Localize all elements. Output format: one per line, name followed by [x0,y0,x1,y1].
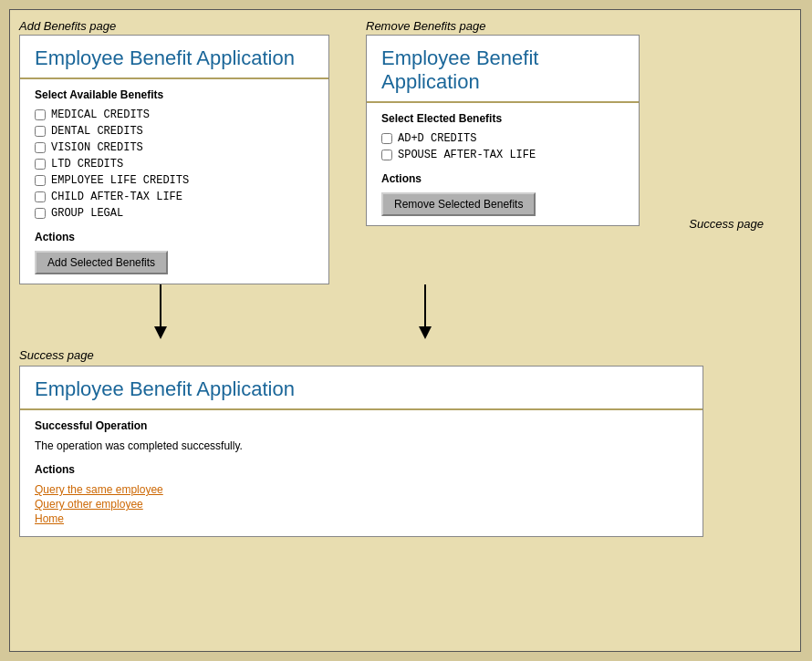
success-page-top-label: Success page [689,217,764,231]
arrows-section [19,284,791,339]
list-item[interactable]: SPOUSE AFTER-TAX LIFE [381,149,624,161]
benefit-checkbox-0[interactable] [35,109,46,120]
list-item[interactable]: VISION CREDITS [35,141,314,154]
outer-container: Add Benefits page Remove Benefits page E… [9,9,801,652]
top-labels-row: Add Benefits page Remove Benefits page [19,19,791,33]
list-item[interactable]: MEDICAL CREDITS [35,108,314,121]
remove-benefits-column: Employee Benefit Application Select Elec… [366,35,640,284]
remove-actions-label: Actions [381,172,624,185]
success-card: Employee Benefit Application Successful … [19,366,703,537]
remove-benefits-section-label: Select Elected Benefits [381,112,624,125]
benefit-checkbox-1[interactable] [35,126,46,137]
arrow-from-remove [416,284,434,339]
arrow-from-add [151,284,170,339]
list-item[interactable]: AD+D CREDITS [381,132,624,145]
add-benefits-column: Employee Benefit Application Select Avai… [19,35,329,284]
query-other-employee-link[interactable]: Query other employee [35,498,688,511]
list-item[interactable]: EMPLOYEE LIFE CREDITS [35,174,314,187]
benefit-checkbox-5[interactable] [35,191,46,202]
success-card-title: Employee Benefit Application [35,377,688,401]
operation-text: The operation was completed successfully… [35,439,688,452]
elected-benefit-checkbox-0[interactable] [381,133,392,144]
remove-benefits-label: Remove Benefits page [366,19,640,33]
add-benefits-card: Employee Benefit Application Select Avai… [19,35,329,284]
successful-operation-label: Successful Operation [35,419,688,432]
list-item[interactable]: GROUP LEGAL [35,207,314,220]
add-benefits-title: Employee Benefit Application [35,46,314,70]
benefit-checkbox-3[interactable] [35,159,46,170]
success-actions-label: Actions [35,463,688,476]
add-selected-benefits-button[interactable]: Add Selected Benefits [35,251,168,274]
benefit-checkbox-6[interactable] [35,208,46,219]
success-card-header: Employee Benefit Application [20,367,703,410]
remove-benefits-body: Select Elected Benefits AD+D CREDITS SPO… [367,103,639,225]
home-link[interactable]: Home [35,512,688,525]
svg-marker-3 [419,326,432,339]
add-actions-label: Actions [35,231,314,243]
top-section: Employee Benefit Application Select Avai… [19,35,791,284]
remove-benefits-header: Employee Benefit Application [367,36,639,103]
list-item[interactable]: DENTAL CREDITS [35,125,314,138]
remove-benefits-card: Employee Benefit Application Select Elec… [366,35,640,226]
add-benefits-label: Add Benefits page [19,19,329,33]
query-same-employee-link[interactable]: Query the same employee [35,483,688,496]
success-page-label: Success page [19,348,791,362]
add-benefits-section-label: Select Available Benefits [35,88,314,101]
add-benefits-body: Select Available Benefits MEDICAL CREDIT… [20,79,328,284]
elected-benefit-checkbox-1[interactable] [381,150,392,160]
bottom-section: Success page Employee Benefit Applicatio… [19,348,791,537]
svg-marker-1 [154,326,167,339]
benefit-checkbox-2[interactable] [35,142,46,153]
add-benefits-header: Employee Benefit Application [20,36,328,79]
list-item[interactable]: CHILD AFTER-TAX LIFE [35,191,314,203]
remove-selected-benefits-button[interactable]: Remove Selected Benefits [381,192,536,216]
remove-benefits-title: Employee Benefit Application [381,46,624,94]
list-item[interactable]: LTD CREDITS [35,158,314,170]
right-arrow-svg [416,284,434,339]
left-arrow-svg [151,284,170,339]
success-card-body: Successful Operation The operation was c… [20,410,703,536]
benefit-checkbox-4[interactable] [35,175,46,186]
